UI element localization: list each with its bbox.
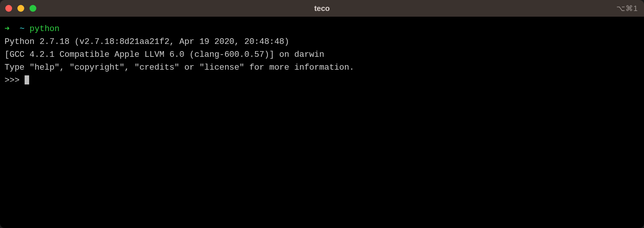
cursor-icon (25, 75, 29, 84)
repl-prompt-line: >>> (5, 74, 639, 87)
window-title: teco (314, 4, 330, 13)
python-help-line: Type "help", "copyright", "credits" or "… (5, 61, 639, 74)
close-button[interactable] (5, 5, 12, 12)
shell-prompt-line: ➜ ~ python (5, 23, 639, 36)
minimize-button[interactable] (17, 5, 24, 12)
prompt-path: ~ (20, 24, 25, 34)
maximize-button[interactable] (30, 5, 36, 12)
shell-command: python (30, 24, 59, 34)
repl-prompt: >>> (5, 76, 25, 85)
prompt-arrow-icon: ➜ (5, 24, 9, 34)
traffic-lights (5, 5, 36, 12)
titlebar[interactable]: teco ⌥⌘1 (0, 0, 644, 17)
terminal-window: teco ⌥⌘1 ➜ ~ pythonPython 2.7.18 (v2.7.1… (0, 0, 644, 228)
python-version-line: Python 2.7.18 (v2.7.18:8d21aa21f2, Apr 1… (5, 36, 639, 48)
terminal-content[interactable]: ➜ ~ pythonPython 2.7.18 (v2.7.18:8d21aa2… (0, 17, 644, 228)
python-compiler-line: [GCC 4.2.1 Compatible Apple LLVM 6.0 (cl… (5, 48, 639, 61)
pane-indicator: ⌥⌘1 (616, 4, 638, 13)
